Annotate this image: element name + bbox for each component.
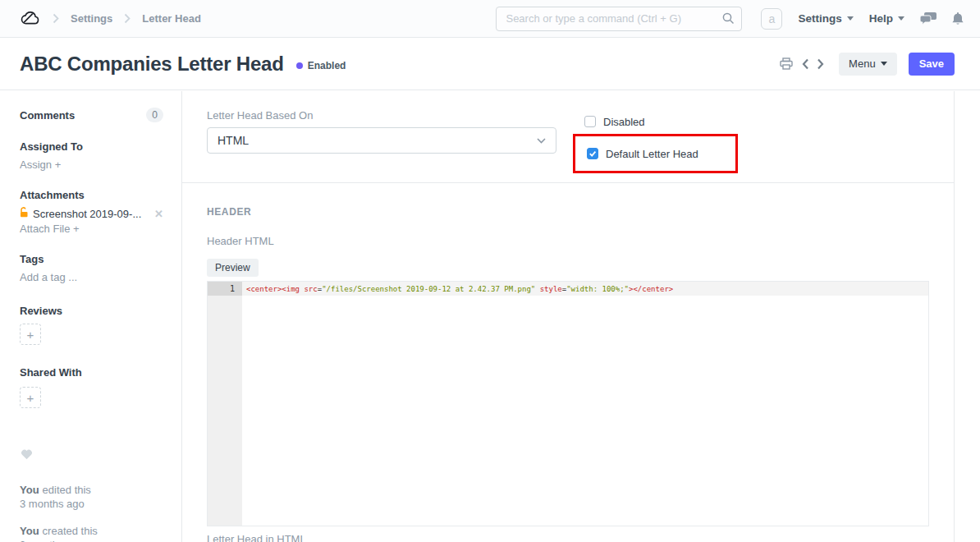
disabled-checkbox-row[interactable]: Disabled: [584, 114, 738, 129]
search-icon: [722, 12, 735, 28]
nav-settings-label: Settings: [798, 12, 841, 25]
breadcrumb-settings[interactable]: Settings: [71, 12, 112, 25]
assigned-to-heading: Assigned To: [20, 140, 163, 153]
header-section-title: HEADER: [207, 206, 929, 218]
status-badge: Enabled: [296, 60, 346, 71]
attachment-link[interactable]: Screenshot 2019-09-...: [20, 207, 141, 220]
global-search[interactable]: [496, 7, 742, 31]
activity-user: You: [20, 525, 39, 537]
chevron-down-icon: [847, 16, 854, 21]
disabled-checkbox[interactable]: [584, 116, 596, 127]
default-letter-head-label: Default Letter Head: [606, 148, 698, 160]
activity-user: You: [20, 484, 39, 496]
chat-icon[interactable]: [920, 12, 936, 25]
nav-help-label: Help: [869, 12, 893, 25]
breadcrumb-chevron-icon: [53, 13, 59, 24]
nav-help-menu[interactable]: Help: [869, 12, 904, 25]
breadcrumb-letter-head[interactable]: Letter Head: [142, 12, 201, 25]
breadcrumb: Settings Letter Head: [21, 11, 201, 26]
annotation-highlight-box: Default Letter Head: [573, 134, 738, 173]
activity-time: 3 months ago: [20, 539, 85, 542]
disabled-label: Disabled: [603, 116, 645, 128]
default-letter-head-checkbox[interactable]: [587, 148, 598, 159]
add-share-button[interactable]: +: [20, 387, 41, 408]
editor-content[interactable]: <center><img src="/files/Screenshot 2019…: [242, 282, 928, 526]
menu-button-label: Menu: [849, 57, 876, 70]
form-body: Letter Head Based On HTML Disabled: [181, 91, 955, 542]
avatar[interactable]: a: [761, 8, 782, 30]
activity-action: edited this: [43, 484, 91, 496]
default-letter-head-checkbox-row[interactable]: Default Letter Head: [587, 146, 735, 161]
breadcrumb-chevron-icon: [124, 13, 131, 24]
top-navbar: Settings Letter Head a Settings Help: [0, 0, 980, 38]
add-review-button[interactable]: +: [20, 324, 41, 345]
activity-time: 3 months ago: [20, 498, 85, 510]
nav-settings-menu[interactable]: Settings: [798, 12, 853, 25]
add-tag-input[interactable]: Add a tag ...: [20, 271, 163, 283]
status-dot-icon: [296, 62, 303, 69]
app-logo-icon[interactable]: [21, 11, 41, 26]
header-section: HEADER Header HTML Preview 1 <center><im…: [182, 183, 954, 542]
based-on-select[interactable]: HTML: [207, 127, 556, 154]
preview-button[interactable]: Preview: [207, 259, 259, 277]
assign-link[interactable]: Assign +: [20, 158, 163, 171]
search-input[interactable]: [496, 7, 742, 31]
unlock-icon: [20, 207, 29, 220]
line-number: 1: [208, 282, 242, 296]
activity-action: created this: [43, 525, 98, 537]
attachments-heading: Attachments: [20, 189, 163, 201]
page-actions: Menu Save: [780, 53, 955, 76]
shared-with-heading: Shared With: [20, 366, 163, 379]
form-sidebar: Comments 0 Assigned To Assign + Attachme…: [0, 91, 181, 542]
settings-section: Letter Head Based On HTML Disabled: [182, 91, 954, 183]
based-on-value: HTML: [218, 134, 249, 147]
chevron-down-icon: [881, 62, 887, 66]
reviews-heading: Reviews: [20, 305, 163, 317]
remove-attachment-icon[interactable]: ✕: [154, 208, 163, 220]
save-button[interactable]: Save: [909, 53, 955, 76]
tags-heading: Tags: [20, 253, 163, 265]
attachment-row: Screenshot 2019-09-... ✕: [20, 207, 163, 220]
field-description: Letter Head in HTML: [207, 533, 929, 542]
header-html-label: Header HTML: [207, 235, 929, 247]
prev-record-icon[interactable]: [802, 58, 809, 70]
attachment-name: Screenshot 2019-09-...: [33, 208, 141, 220]
menu-button[interactable]: Menu: [839, 53, 897, 76]
page-header: ABC Companies Letter Head Enabled Menu S…: [0, 38, 980, 90]
print-icon[interactable]: [780, 57, 793, 70]
comments-heading: Comments: [20, 109, 75, 122]
chevron-down-icon: [898, 16, 904, 21]
like-icon[interactable]: [20, 448, 163, 463]
based-on-label: Letter Head Based On: [207, 109, 556, 122]
created-activity: Youcreated this 3 months ago: [20, 524, 163, 542]
code-line[interactable]: <center><img src="/files/Screenshot 2019…: [242, 282, 928, 296]
page-title: ABC Companies Letter Head: [20, 53, 284, 76]
editor-gutter: 1: [208, 282, 242, 526]
navbar-actions: a Settings Help: [496, 7, 964, 31]
chevron-down-icon: [537, 138, 546, 144]
code-editor[interactable]: 1 <center><img src="/files/Screenshot 20…: [207, 281, 929, 526]
letter-head-page: Settings Letter Head a Settings Help: [0, 0, 980, 542]
comments-count-badge[interactable]: 0: [146, 108, 163, 122]
next-record-icon[interactable]: [817, 58, 824, 70]
edited-activity: Youedited this 3 months ago: [20, 483, 163, 511]
status-label: Enabled: [308, 60, 346, 71]
bell-icon[interactable]: [952, 12, 964, 25]
attach-file-link[interactable]: Attach File +: [20, 223, 163, 235]
